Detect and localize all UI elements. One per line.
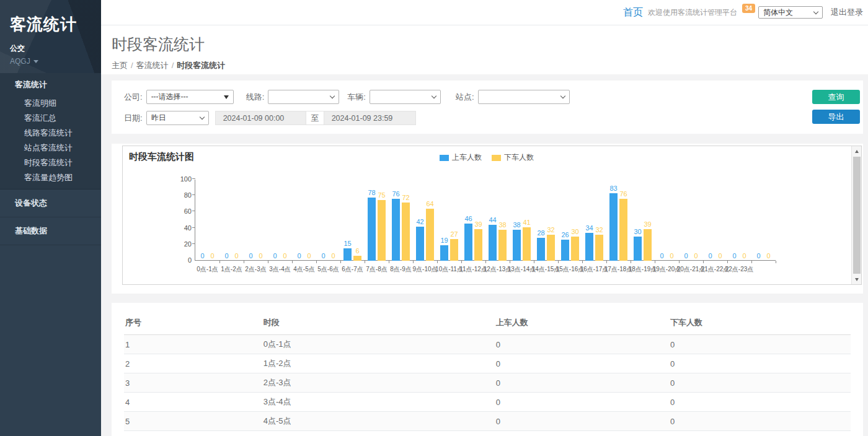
table-row: 10点-1点00 — [124, 335, 851, 354]
legend-swatch-alighting — [492, 155, 501, 161]
bar-value-label: 19 — [440, 237, 448, 244]
bar-column: 19 — [440, 180, 448, 261]
bar-column: 0 — [198, 180, 206, 261]
sidebar-item-flow-detail[interactable]: 客流明细 — [0, 96, 101, 111]
scrollbar-thumb[interactable] — [853, 157, 861, 274]
sidebar-item-line-stats[interactable]: 线路客流统计 — [0, 126, 101, 141]
content: 公司: ---请选择--- 线路: 车辆: 站点: — [101, 74, 868, 436]
bar-value-label: 38 — [498, 221, 506, 229]
date-preset-select[interactable]: 昨日 — [146, 111, 209, 125]
chart-bar-group: 384113点-14点 — [510, 180, 534, 261]
sidebar-item-passenger-stats[interactable]: 客流统计 — [0, 73, 101, 96]
chart-bar-group: 263015点-16点 — [558, 180, 582, 261]
user-dropdown[interactable]: AQGJ — [10, 57, 92, 66]
bar-column: 0 — [716, 180, 724, 261]
bar-column: 0 — [295, 180, 303, 261]
date-from-input[interactable]: 2024-01-09 00:00 — [215, 111, 306, 125]
language-select[interactable]: 简体中文 — [758, 6, 823, 19]
chart-bar-group: 005点-6点 — [316, 180, 340, 261]
bar-alighting — [426, 209, 434, 261]
bar-column: 27 — [450, 180, 458, 261]
user-name: AQGJ — [10, 57, 30, 66]
x-axis-label: 9点-10点 — [412, 265, 437, 274]
page-title: 时段客流统计 — [112, 34, 868, 54]
bar-value-label: 0 — [259, 252, 262, 259]
bar-alighting — [547, 235, 555, 261]
bar-column: 0 — [668, 180, 676, 261]
bar-column: 0 — [223, 180, 231, 261]
chart-bar-group: 001点-2点 — [219, 180, 244, 261]
sidebar-item-base-data[interactable]: 基础数据 — [0, 217, 101, 245]
sidebar-item-device-status[interactable]: 设备状态 — [0, 190, 101, 217]
bar-column: 26 — [561, 180, 569, 261]
topbar: 首页 欢迎使用客流统计管理平台 34 简体中文 退出登录 — [101, 0, 868, 25]
chart-bar-group: 463911点-12点 — [461, 180, 485, 261]
chevron-down-icon — [813, 9, 818, 14]
bar-column: 6 — [353, 180, 361, 261]
bar-value-label: 0 — [224, 252, 228, 259]
bar-column: 15 — [343, 180, 352, 261]
col-header-period: 时段 — [262, 312, 495, 335]
bar-column: 0 — [271, 180, 279, 261]
bar-column: 0 — [281, 180, 289, 261]
bar-value-label: 0 — [297, 252, 301, 259]
bar-value-label: 0 — [732, 252, 736, 259]
chevron-down-icon — [33, 60, 38, 63]
scroll-down-icon[interactable] — [852, 274, 862, 284]
bar-alighting — [378, 200, 386, 261]
bar-value-label: 32 — [547, 226, 554, 233]
vehicle-select[interactable] — [370, 90, 441, 104]
chart-container: 时段车流统计图 上车人数 下车人数 020406080100000点-1点001… — [122, 146, 862, 285]
sidebar-item-flow-summary[interactable]: 客流汇总 — [0, 111, 101, 126]
station-select[interactable] — [478, 90, 570, 104]
search-button[interactable]: 查询 — [812, 90, 860, 104]
table-cell: 0 — [669, 431, 851, 436]
x-axis-label: 8点-9点 — [390, 265, 411, 274]
bar-boarding — [464, 224, 472, 261]
home-link[interactable]: 首页 — [623, 6, 643, 19]
export-button[interactable]: 导出 — [812, 110, 860, 124]
x-axis-label: 4点-5点 — [293, 265, 314, 274]
bar-value-label: 28 — [537, 229, 544, 237]
bar-value-label: 0 — [283, 252, 286, 259]
bar-alighting — [353, 256, 361, 261]
chart-scrollbar — [851, 146, 861, 284]
filter-panel: 公司: ---请选择--- 线路: 车辆: 站点: — [112, 81, 863, 134]
breadcrumb-home[interactable]: 主页 — [112, 61, 128, 70]
bar-boarding — [489, 225, 497, 261]
chart-bar-group: 0020点-21点 — [679, 180, 703, 261]
col-header-alighting: 下车人数 — [669, 312, 851, 335]
breadcrumb-passenger-stats[interactable]: 客流统计 — [136, 61, 169, 70]
x-axis-label: 5点-6点 — [317, 265, 339, 274]
scroll-up-icon[interactable] — [852, 146, 862, 156]
bar-alighting — [644, 229, 652, 261]
sidebar-item-trend-chart[interactable]: 客流量趋势图 — [0, 170, 101, 185]
chart-bar-group: 00 — [751, 180, 776, 261]
x-axis-label: 6点-7点 — [342, 265, 363, 274]
table-cell: 0 — [669, 335, 851, 354]
bar-value-label: 41 — [523, 219, 530, 226]
bar-alighting — [619, 199, 627, 261]
chart-bar-group: 343216点-17点 — [582, 180, 606, 261]
bar-value-label: 0 — [756, 252, 760, 259]
legend-boarding: 上车人数 — [440, 152, 482, 163]
chart-bar-group: 837617点-18点 — [606, 180, 631, 261]
bar-column: 83 — [609, 180, 618, 261]
logout-link[interactable]: 退出登录 — [831, 7, 863, 18]
bar-value-label: 72 — [402, 194, 409, 201]
table-cell: 3 — [124, 373, 262, 393]
date-separator: 至 — [306, 111, 324, 125]
company-select[interactable]: ---请选择--- — [146, 90, 234, 104]
sidebar-item-period-stats[interactable]: 时段客流统计 — [0, 155, 101, 170]
bar-boarding — [392, 199, 400, 261]
bar-column: 32 — [547, 180, 555, 261]
date-to-input[interactable]: 2024-01-09 23:59 — [324, 111, 416, 125]
vehicle-label: 车辆: — [347, 92, 366, 103]
sidebar-item-station-stats[interactable]: 站点客流统计 — [0, 141, 101, 155]
line-select[interactable] — [268, 90, 339, 104]
table-cell: 1 — [124, 335, 262, 354]
chart-bar-group: 000点-1点 — [195, 180, 219, 261]
breadcrumb-current: 时段客流统计 — [177, 61, 225, 70]
bar-value-label: 0 — [307, 252, 311, 259]
period-table: 序号 时段 上车人数 下车人数 10点-1点0021点-2点0032点-3点00… — [124, 312, 851, 436]
